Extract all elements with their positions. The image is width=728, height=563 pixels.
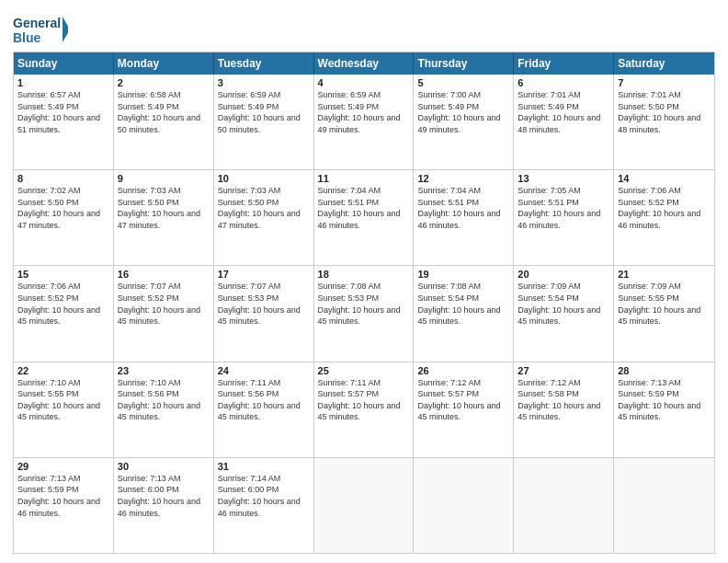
- calendar-body: 1Sunrise: 6:57 AMSunset: 5:49 PMDaylight…: [14, 75, 714, 553]
- header: General Blue: [13, 9, 715, 46]
- day-number: 28: [618, 365, 711, 376]
- cal-week-1: 1Sunrise: 6:57 AMSunset: 5:49 PMDaylight…: [14, 75, 714, 170]
- logo-svg: General Blue: [13, 13, 68, 46]
- cal-cell-day-30: 30Sunrise: 7:13 AMSunset: 6:00 PMDayligh…: [114, 458, 214, 553]
- cal-header-sunday: Sunday: [14, 52, 114, 75]
- day-number: 11: [318, 173, 410, 184]
- day-number: 15: [17, 269, 109, 280]
- day-info: Sunrise: 7:06 AMSunset: 5:52 PMDaylight:…: [17, 281, 109, 327]
- day-number: 26: [417, 365, 509, 376]
- day-info: Sunrise: 7:03 AMSunset: 5:50 PMDaylight:…: [118, 185, 210, 231]
- cal-cell-day-29: 29Sunrise: 7:13 AMSunset: 5:59 PMDayligh…: [14, 458, 114, 553]
- day-info: Sunrise: 7:13 AMSunset: 5:59 PMDaylight:…: [618, 377, 711, 423]
- day-number: 20: [518, 269, 609, 280]
- cal-cell-day-11: 11Sunrise: 7:04 AMSunset: 5:51 PMDayligh…: [314, 170, 415, 265]
- day-number: 27: [518, 365, 609, 376]
- cal-cell-day-14: 14Sunrise: 7:06 AMSunset: 5:52 PMDayligh…: [614, 170, 714, 265]
- cal-cell-day-3: 3Sunrise: 6:59 AMSunset: 5:49 PMDaylight…: [214, 75, 314, 169]
- day-info: Sunrise: 7:04 AMSunset: 5:51 PMDaylight:…: [318, 185, 410, 231]
- day-info: Sunrise: 7:09 AMSunset: 5:54 PMDaylight:…: [518, 281, 609, 327]
- day-info: Sunrise: 7:03 AMSunset: 5:50 PMDaylight:…: [218, 185, 310, 231]
- cal-cell-day-26: 26Sunrise: 7:12 AMSunset: 5:57 PMDayligh…: [414, 362, 514, 457]
- day-info: Sunrise: 7:08 AMSunset: 5:54 PMDaylight:…: [417, 281, 509, 327]
- day-number: 10: [218, 173, 310, 184]
- cal-cell-day-31: 31Sunrise: 7:14 AMSunset: 6:00 PMDayligh…: [214, 458, 314, 553]
- day-info: Sunrise: 7:11 AMSunset: 5:56 PMDaylight:…: [218, 377, 310, 423]
- cal-cell-day-8: 8Sunrise: 7:02 AMSunset: 5:50 PMDaylight…: [14, 170, 114, 265]
- day-info: Sunrise: 6:59 AMSunset: 5:49 PMDaylight:…: [318, 89, 410, 135]
- day-number: 8: [17, 173, 109, 184]
- day-number: 29: [17, 461, 109, 472]
- day-number: 4: [318, 77, 410, 88]
- cal-cell-day-2: 2Sunrise: 6:58 AMSunset: 5:49 PMDaylight…: [114, 75, 214, 169]
- day-number: 24: [218, 365, 310, 376]
- cal-cell-day-5: 5Sunrise: 7:00 AMSunset: 5:49 PMDaylight…: [414, 75, 514, 169]
- logo: General Blue: [13, 13, 68, 46]
- cal-header-monday: Monday: [114, 52, 214, 75]
- cal-cell-empty: [514, 458, 614, 553]
- day-number: 22: [17, 365, 109, 376]
- cal-cell-day-7: 7Sunrise: 7:01 AMSunset: 5:50 PMDaylight…: [614, 75, 714, 169]
- cal-week-2: 8Sunrise: 7:02 AMSunset: 5:50 PMDaylight…: [14, 170, 714, 266]
- day-info: Sunrise: 7:12 AMSunset: 5:58 PMDaylight:…: [518, 377, 609, 423]
- cal-header-thursday: Thursday: [414, 52, 514, 75]
- day-number: 3: [218, 77, 310, 88]
- cal-cell-day-4: 4Sunrise: 6:59 AMSunset: 5:49 PMDaylight…: [314, 75, 415, 169]
- day-number: 23: [118, 365, 210, 376]
- cal-header-saturday: Saturday: [614, 52, 714, 75]
- calendar: SundayMondayTuesdayWednesdayThursdayFrid…: [13, 52, 715, 554]
- day-info: Sunrise: 7:00 AMSunset: 5:49 PMDaylight:…: [417, 89, 509, 135]
- day-info: Sunrise: 7:05 AMSunset: 5:51 PMDaylight:…: [518, 185, 609, 231]
- day-info: Sunrise: 7:08 AMSunset: 5:53 PMDaylight:…: [318, 281, 410, 327]
- cal-week-3: 15Sunrise: 7:06 AMSunset: 5:52 PMDayligh…: [14, 266, 714, 362]
- cal-cell-day-13: 13Sunrise: 7:05 AMSunset: 5:51 PMDayligh…: [514, 170, 614, 265]
- cal-cell-day-27: 27Sunrise: 7:12 AMSunset: 5:58 PMDayligh…: [514, 362, 614, 457]
- day-info: Sunrise: 7:04 AMSunset: 5:51 PMDaylight:…: [417, 185, 509, 231]
- day-number: 9: [118, 173, 210, 184]
- day-info: Sunrise: 6:57 AMSunset: 5:49 PMDaylight:…: [17, 89, 109, 135]
- page-container: General Blue SundayMondayTuesdayWednesda…: [0, 0, 728, 563]
- cal-cell-day-18: 18Sunrise: 7:08 AMSunset: 5:53 PMDayligh…: [314, 266, 415, 361]
- cal-cell-day-15: 15Sunrise: 7:06 AMSunset: 5:52 PMDayligh…: [14, 266, 114, 361]
- day-info: Sunrise: 7:07 AMSunset: 5:53 PMDaylight:…: [218, 281, 310, 327]
- calendar-header-row: SundayMondayTuesdayWednesdayThursdayFrid…: [14, 52, 714, 75]
- day-info: Sunrise: 7:07 AMSunset: 5:52 PMDaylight:…: [118, 281, 210, 327]
- cal-cell-day-21: 21Sunrise: 7:09 AMSunset: 5:55 PMDayligh…: [614, 266, 714, 361]
- cal-cell-day-28: 28Sunrise: 7:13 AMSunset: 5:59 PMDayligh…: [614, 362, 714, 457]
- day-info: Sunrise: 7:14 AMSunset: 6:00 PMDaylight:…: [218, 473, 310, 519]
- cal-cell-day-16: 16Sunrise: 7:07 AMSunset: 5:52 PMDayligh…: [114, 266, 214, 361]
- day-number: 6: [518, 77, 609, 88]
- day-info: Sunrise: 6:58 AMSunset: 5:49 PMDaylight:…: [118, 89, 210, 135]
- svg-marker-2: [63, 17, 68, 42]
- day-info: Sunrise: 7:13 AMSunset: 5:59 PMDaylight:…: [17, 473, 109, 519]
- day-info: Sunrise: 7:09 AMSunset: 5:55 PMDaylight:…: [618, 281, 711, 327]
- day-number: 30: [118, 461, 210, 472]
- day-number: 13: [518, 173, 609, 184]
- day-number: 7: [618, 77, 711, 88]
- day-number: 2: [118, 77, 210, 88]
- cal-cell-day-1: 1Sunrise: 6:57 AMSunset: 5:49 PMDaylight…: [14, 75, 114, 169]
- svg-text:General: General: [13, 16, 61, 30]
- cal-cell-day-9: 9Sunrise: 7:03 AMSunset: 5:50 PMDaylight…: [114, 170, 214, 265]
- day-number: 25: [318, 365, 410, 376]
- day-info: Sunrise: 6:59 AMSunset: 5:49 PMDaylight:…: [218, 89, 310, 135]
- day-number: 5: [417, 77, 509, 88]
- day-number: 14: [618, 173, 711, 184]
- cal-cell-empty: [414, 458, 514, 553]
- day-info: Sunrise: 7:01 AMSunset: 5:49 PMDaylight:…: [518, 89, 609, 135]
- cal-cell-day-17: 17Sunrise: 7:07 AMSunset: 5:53 PMDayligh…: [214, 266, 314, 361]
- day-info: Sunrise: 7:06 AMSunset: 5:52 PMDaylight:…: [618, 185, 711, 231]
- cal-cell-day-6: 6Sunrise: 7:01 AMSunset: 5:49 PMDaylight…: [514, 75, 614, 169]
- day-info: Sunrise: 7:01 AMSunset: 5:50 PMDaylight:…: [618, 89, 711, 135]
- day-number: 21: [618, 269, 711, 280]
- day-number: 19: [417, 269, 509, 280]
- cal-week-4: 22Sunrise: 7:10 AMSunset: 5:55 PMDayligh…: [14, 362, 714, 458]
- day-number: 17: [218, 269, 310, 280]
- cal-cell-day-25: 25Sunrise: 7:11 AMSunset: 5:57 PMDayligh…: [314, 362, 415, 457]
- cal-cell-day-22: 22Sunrise: 7:10 AMSunset: 5:55 PMDayligh…: [14, 362, 114, 457]
- day-number: 16: [118, 269, 210, 280]
- day-info: Sunrise: 7:12 AMSunset: 5:57 PMDaylight:…: [417, 377, 509, 423]
- svg-text:Blue: Blue: [13, 30, 41, 45]
- cal-header-wednesday: Wednesday: [314, 52, 415, 75]
- cal-cell-day-12: 12Sunrise: 7:04 AMSunset: 5:51 PMDayligh…: [414, 170, 514, 265]
